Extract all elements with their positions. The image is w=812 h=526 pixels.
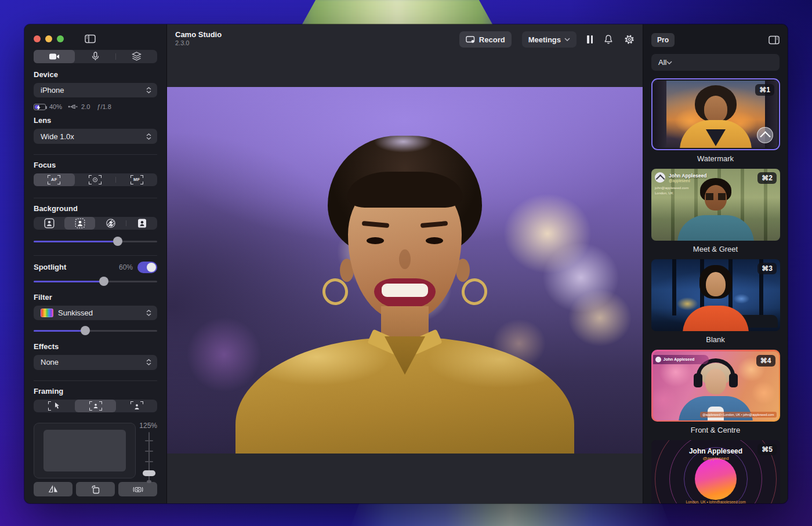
window-titlebar (34, 32, 157, 45)
headphone-cup-icon (694, 373, 702, 387)
filter-select-value: Sunkissed (58, 309, 146, 317)
spotlight-slider[interactable] (34, 277, 157, 285)
effects-select[interactable]: None (34, 355, 157, 370)
zoom-slider-thumb[interactable] (143, 470, 155, 476)
background-blur-button[interactable] (64, 217, 95, 230)
pan-crop-region[interactable] (44, 430, 126, 471)
rotate-button[interactable] (76, 482, 115, 496)
toggle-knob (147, 263, 156, 272)
tab-scenes[interactable] (116, 50, 157, 63)
subject-eye (426, 237, 443, 244)
art-shape (654, 81, 666, 148)
person-framed-icon (44, 218, 55, 228)
preset-card-radial[interactable]: John Appleseed @appleseed London, UK • j… (651, 440, 780, 503)
framing-portrait-button[interactable] (116, 400, 157, 412)
stabilize-button[interactable] (118, 482, 157, 496)
shortcut-badge: ⌘1 (755, 84, 774, 96)
chevron-updown-icon (146, 133, 151, 140)
close-window-button[interactable] (34, 35, 41, 42)
record-label: Record (479, 35, 505, 44)
pan-zoom-section: 125% (34, 423, 157, 482)
overlay-location: London, UK (655, 191, 673, 195)
avatar (655, 357, 661, 362)
filter-select[interactable]: Sunkissed (34, 306, 157, 321)
person-bracket-icon (89, 401, 102, 411)
spotlight-section-label: Spotlight (34, 263, 119, 271)
framing-center-button[interactable] (75, 400, 116, 412)
record-button[interactable]: Record (459, 31, 512, 48)
art-shape (705, 369, 726, 394)
background-intensity-slider[interactable] (34, 237, 157, 245)
focus-manual-button[interactable]: MF (116, 173, 157, 186)
overlay-name: John Appleseed (664, 357, 695, 361)
subject-teeth (382, 284, 428, 297)
minimize-window-button[interactable] (45, 35, 52, 42)
framing-manual-button[interactable] (34, 400, 75, 412)
meetings-button[interactable]: Meetings (522, 31, 577, 48)
divider (34, 154, 157, 155)
subject-eye (367, 237, 384, 244)
person-blur-icon (75, 218, 85, 228)
sidebar-toggle-icon[interactable] (85, 34, 96, 43)
pause-button[interactable] (587, 35, 593, 43)
background-section-label: Background (34, 204, 157, 213)
zoom-window-button[interactable] (57, 35, 64, 42)
device-select-value: iPhone (41, 86, 146, 95)
slider-thumb[interactable] (99, 277, 108, 286)
shortcut-badge: ⌘3 (757, 263, 777, 274)
preset-category-select[interactable]: All (651, 54, 780, 71)
settings-button[interactable] (624, 34, 635, 45)
slider-thumb[interactable] (81, 326, 90, 335)
preset-card-blank[interactable]: ⌘3 Blank (651, 259, 780, 344)
focus-auto-button[interactable]: AF (34, 173, 75, 186)
panel-toggle-icon[interactable] (768, 35, 780, 45)
chevron-updown-icon (146, 310, 151, 316)
tab-audio[interactable] (75, 50, 116, 63)
af-bracket-icon: AF (48, 175, 60, 184)
rotate-icon (91, 485, 100, 494)
lens-select-value: Wide 1.0x (41, 132, 146, 141)
background-pattern-button[interactable] (95, 217, 126, 230)
notifications-button[interactable] (603, 34, 614, 45)
flip-horizontal-button[interactable] (34, 482, 72, 496)
avatar (655, 172, 665, 183)
stabilize-icon (132, 485, 144, 494)
person-card-icon (137, 218, 147, 228)
preset-card-watermark[interactable]: ⌘1 Watermark (651, 78, 780, 163)
gear-icon (624, 34, 635, 45)
zoom-slider[interactable] (142, 432, 156, 482)
filter-intensity-slider[interactable] (34, 326, 157, 334)
device-select[interactable]: iPhone (34, 83, 157, 98)
art-shape (704, 96, 727, 122)
preset-label: Meet & Greet (651, 245, 780, 253)
main-header: Camo Studio 2.3.0 Record Meetings (167, 24, 643, 48)
preset-thumbnail: John Appleseed @appleseed • London, UK •… (653, 351, 779, 420)
watermark-logo-icon (757, 127, 773, 143)
effects-select-value: None (41, 358, 146, 367)
tab-video[interactable] (34, 50, 75, 63)
lens-select[interactable]: Wide 1.0x (34, 129, 157, 144)
preset-label: Blank (651, 335, 780, 344)
spotlight-row: Spotlight 60% (34, 262, 157, 273)
spotlight-value: 60% (119, 263, 133, 271)
app-title: Camo Studio (175, 30, 222, 39)
pan-preview-box[interactable] (34, 423, 136, 478)
presets-panel: Pro All ⌘1 (643, 24, 788, 503)
preset-card-meet-greet[interactable]: John Appleseed @appleseed john@appleseed… (651, 169, 780, 253)
art-shape (672, 259, 676, 315)
meetings-label: Meetings (528, 35, 561, 44)
spotlight-toggle[interactable] (137, 262, 157, 273)
background-portrait-button[interactable] (126, 217, 157, 230)
preset-thumbnail: John Appleseed @appleseed London, UK • j… (651, 440, 780, 503)
preset-card-front-centre[interactable]: John Appleseed @appleseed • London, UK •… (651, 350, 780, 434)
focus-center-button[interactable] (75, 173, 116, 186)
slider-thumb[interactable] (113, 237, 122, 246)
shortcut-badge: ⌘4 (756, 355, 775, 367)
pro-badge: Pro (651, 33, 675, 47)
center-focus-icon (89, 175, 102, 184)
background-none-button[interactable] (34, 217, 64, 230)
app-version: 2.3.0 (175, 39, 222, 46)
gradient-orb (695, 458, 737, 500)
video-preview[interactable] (167, 87, 643, 454)
divider (34, 255, 157, 256)
